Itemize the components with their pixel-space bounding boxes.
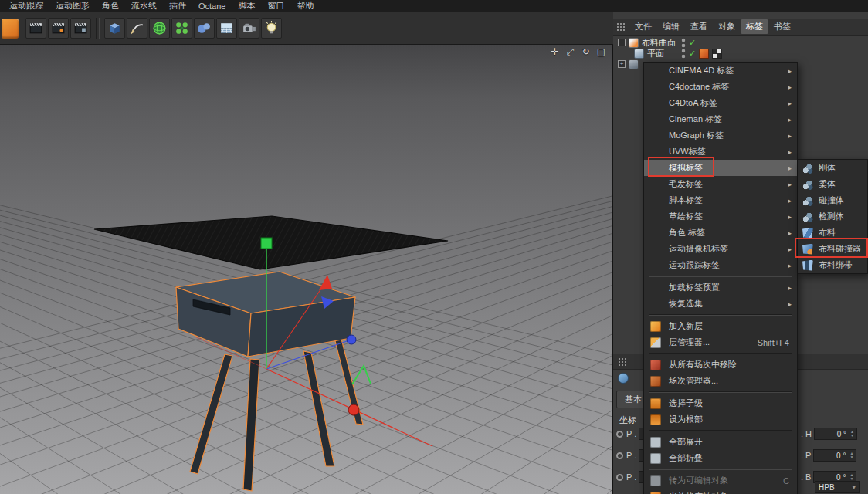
om-menu-tags[interactable]: 标签: [741, 19, 768, 34]
menu-item-current-state-to-object[interactable]: 当前状态转对象: [644, 489, 797, 494]
om-menu-bookmarks[interactable]: 书签: [768, 19, 796, 34]
menu-item-scripting-tags[interactable]: 脚本标签▸: [644, 192, 797, 208]
rotation-h-input[interactable]: 0 °: [814, 428, 857, 440]
submenu-arrow-icon: ▸: [788, 284, 792, 292]
subdivision-surface-button[interactable]: [149, 18, 170, 39]
menu-item-cineman-tags[interactable]: Cineman 标签▸: [644, 111, 797, 127]
make-editable-icon: [650, 475, 661, 486]
menu-item-add-new-layer[interactable]: 加入新层: [644, 318, 797, 334]
panel-grip-icon[interactable]: [616, 22, 626, 32]
menu-item-hair-tags[interactable]: 毛发标签▸: [644, 176, 797, 192]
keyframe-circle-icon[interactable]: [616, 452, 623, 459]
metaball-button[interactable]: [194, 18, 215, 39]
cloth-top-handle[interactable]: [261, 238, 272, 249]
viewport-scene: [0, 45, 613, 494]
pan-icon[interactable]: ✛: [549, 46, 561, 58]
stepper-icon[interactable]: [848, 450, 855, 461]
menu-pipeline[interactable]: 流水线: [125, 0, 163, 12]
submenu-item-soft-body[interactable]: 柔体: [798, 176, 867, 192]
menu-item-cinema4d-tags[interactable]: CINEMA 4D 标签▸: [644, 63, 797, 79]
array-button[interactable]: [171, 18, 192, 39]
menu-item-select-children[interactable]: 选择子级: [644, 395, 797, 411]
menu-item-simulation-tags[interactable]: 模拟标签▸: [644, 160, 797, 176]
object-row-cloth-surface[interactable]: − 布料曲面 ✓: [613, 37, 868, 48]
menu-item-mograph-tags[interactable]: MoGraph 标签▸: [644, 127, 797, 144]
menu-item-fold-all[interactable]: 全部折叠: [644, 450, 797, 466]
submenu-item-cloth[interactable]: 布料: [798, 225, 867, 241]
visibility-dots[interactable]: [681, 38, 686, 48]
submenu-item-cloth-belt[interactable]: 布料绑带: [798, 257, 867, 273]
light-button[interactable]: [261, 18, 282, 39]
menu-item-motion-tracker-tags[interactable]: 运动跟踪标签▸: [644, 257, 797, 273]
menu-item-restore-selection[interactable]: 恢复选集▸: [644, 296, 797, 312]
render-settings-button[interactable]: [70, 18, 91, 39]
rotation-order-select[interactable]: HPB ▾: [815, 481, 860, 493]
floor-button[interactable]: [216, 18, 237, 39]
submenu-item-ghost-body[interactable]: 检测体: [798, 208, 867, 225]
menu-item-load-tag-preset[interactable]: 加载标签预置▸: [644, 279, 797, 296]
viewport-3d[interactable]: ✛ ⤢ ↻ ▢: [0, 45, 613, 494]
om-menu-edit[interactable]: 编辑: [657, 19, 685, 34]
render-picture-viewer-button[interactable]: [48, 18, 69, 39]
menu-item-layer-manager[interactable]: 层管理器...Shift+F4: [644, 334, 797, 350]
menu-bar: 运动跟踪 运动图形 角色 流水线 插件 Octane 脚本 窗口 帮助: [0, 0, 868, 12]
menu-item-uvw-tags[interactable]: UVW标签▸: [644, 144, 797, 160]
maximize-view-icon[interactable]: ▢: [595, 46, 607, 58]
om-menu-objects[interactable]: 对象: [713, 19, 741, 34]
submenu-item-collider-body[interactable]: 碰撞体: [798, 192, 867, 208]
om-menu-file[interactable]: 文件: [629, 19, 657, 34]
expander-icon[interactable]: −: [618, 39, 626, 46]
om-menu-view[interactable]: 查看: [685, 19, 713, 34]
simulation-tag-icon[interactable]: [699, 49, 709, 59]
camera-button[interactable]: [239, 18, 259, 39]
cube-primitive-button[interactable]: [104, 18, 125, 39]
menu-item-unfold-all[interactable]: 全部展开: [644, 434, 797, 450]
rotate-icon[interactable]: ↻: [580, 46, 592, 58]
rotation-p-input[interactable]: 0 °: [813, 449, 856, 462]
menu-separator: [649, 314, 792, 316]
menu-item-sketch-tags[interactable]: 草绘标签▸: [644, 208, 797, 225]
x-axis-handle[interactable]: [348, 404, 359, 415]
menu-mograph[interactable]: 运动图形: [49, 0, 96, 12]
app-icon[interactable]: [2, 19, 19, 39]
menu-item-remove-from-all-takes[interactable]: 从所有场次中移除: [644, 357, 797, 373]
menu-item-take-manager[interactable]: 场次管理器...: [644, 373, 797, 389]
enabled-check-icon[interactable]: ✓: [689, 49, 696, 59]
menu-separator: [649, 469, 792, 470]
menu-item-motion-camera-tags[interactable]: 运动摄像机标签▸: [644, 241, 797, 257]
enabled-check-icon[interactable]: ✓: [689, 38, 696, 48]
select-children-icon: [650, 398, 661, 409]
menu-item-c4dtoa-tags[interactable]: C4DtoA 标签▸: [644, 95, 797, 111]
texture-tag-icon[interactable]: [712, 49, 722, 59]
render-view-button[interactable]: [25, 18, 46, 39]
keyframe-circle-icon[interactable]: [616, 431, 623, 438]
visibility-dots[interactable]: [681, 49, 686, 59]
expander-icon[interactable]: +: [618, 60, 626, 68]
submenu-item-cloth-collider[interactable]: 布料碰撞器: [798, 241, 867, 257]
submenu-arrow-icon: ▸: [788, 67, 792, 75]
z-axis-handle[interactable]: [347, 335, 356, 344]
table-model[interactable]: [176, 272, 363, 491]
object-row-plane[interactable]: 平面 ✓: [613, 48, 868, 59]
panel-grip-icon[interactable]: [618, 357, 627, 367]
menu-item-c4doctane-tags[interactable]: C4doctane 标签▸: [644, 79, 797, 95]
menu-plugins[interactable]: 插件: [163, 0, 192, 12]
submenu-arrow-icon: ▸: [788, 83, 792, 91]
stepper-icon[interactable]: [849, 428, 856, 439]
menu-script[interactable]: 脚本: [232, 0, 261, 12]
menu-motion-tracker[interactable]: 运动跟踪: [3, 0, 49, 12]
submenu-item-rigid-body[interactable]: 刚体: [798, 160, 867, 176]
menu-item-set-as-root[interactable]: 设为根部: [644, 411, 797, 428]
keyframe-circle-icon[interactable]: [616, 474, 623, 481]
cinema4d-window: 运动跟踪 运动图形 角色 流水线 插件 Octane 脚本 窗口 帮助: [0, 0, 868, 494]
spline-pen-button[interactable]: [127, 18, 147, 39]
menu-window[interactable]: 窗口: [261, 0, 290, 12]
cloth-belt-icon: [802, 260, 813, 271]
render-settings-icon: [73, 20, 89, 36]
dolly-icon[interactable]: ⤢: [565, 46, 576, 58]
object-manager-menu: 文件 编辑 查看 对象 标签 书签: [613, 19, 868, 36]
menu-octane[interactable]: Octane: [192, 1, 232, 12]
menu-item-character-tags[interactable]: 角色 标签▸: [644, 225, 797, 241]
menu-character[interactable]: 角色: [96, 0, 125, 12]
menu-help[interactable]: 帮助: [290, 0, 320, 12]
